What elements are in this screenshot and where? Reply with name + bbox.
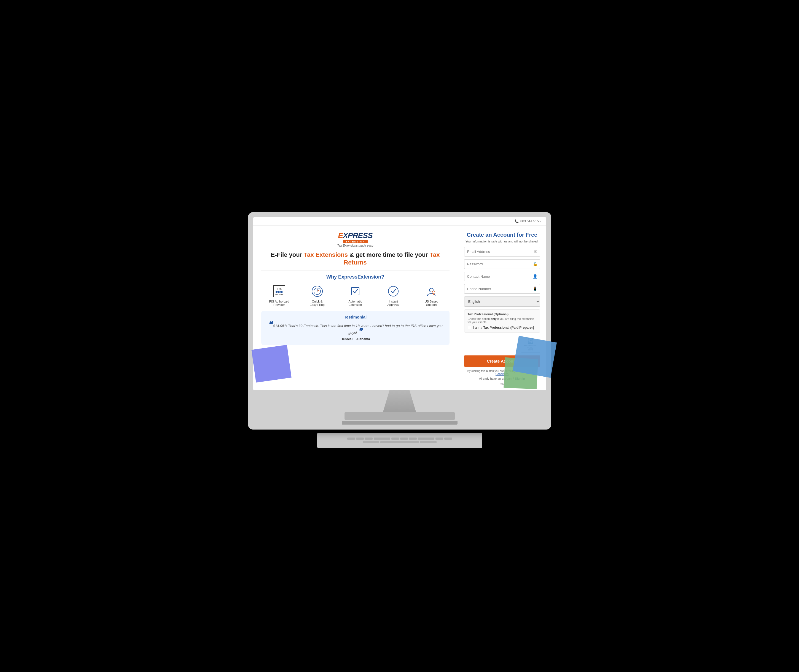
tax-pro-section: Tax Professional (Optional) Check this o… xyxy=(464,309,540,333)
testimonial-section: Testimonial ❝ $14.95?! That's it? Fantas… xyxy=(261,311,450,345)
logo-e: E xyxy=(338,231,343,240)
language-select[interactable]: English Spanish xyxy=(464,296,540,307)
password-field-wrapper: 🔒 xyxy=(464,259,540,269)
svg-rect-4 xyxy=(351,287,359,295)
testimonial-author: Debbie L, Alabama xyxy=(267,337,444,341)
svg-point-5 xyxy=(388,286,398,296)
contact-icon: 👤 xyxy=(533,274,538,278)
screen-content: EXPRESS EXTENSION Tax Extensions made ea… xyxy=(253,226,546,390)
form-title: Create an Account for Free xyxy=(464,232,540,238)
tax-pro-note: Check this option only if you are filing… xyxy=(468,317,536,324)
feature-filing-label: Quick &Easy Filing xyxy=(310,300,325,306)
sticky-note-blue-right xyxy=(512,336,556,378)
tax-pro-checkbox-label: I am a Tax Professional (Paid Preparer) xyxy=(473,326,534,330)
headline-text2: & get more time to file your xyxy=(348,251,430,258)
feature-extension-icon xyxy=(348,284,362,298)
key xyxy=(409,438,417,440)
feature-irs: IRS e-file PROVIDER IRS AuthorizedProvid… xyxy=(261,284,297,306)
tax-pro-label: Tax Professional (Optional) xyxy=(468,312,536,316)
keyboard xyxy=(317,433,482,448)
testimonial-title: Testimonial xyxy=(267,315,444,319)
key xyxy=(356,438,364,440)
key xyxy=(400,438,408,440)
phone-field-wrapper: 📱 xyxy=(464,284,540,294)
feature-approval-icon xyxy=(386,284,400,298)
key xyxy=(365,438,373,440)
monitor-base xyxy=(344,412,455,420)
contact-field-wrapper: 👤 xyxy=(464,272,540,281)
logo-tagline: Tax Extensions made easy xyxy=(261,244,450,247)
key xyxy=(444,438,452,440)
testimonial-quote: ❝ $14.95?! That's it? Fantastic. This is… xyxy=(267,322,444,336)
sticky-note-blue-left xyxy=(251,345,291,382)
tax-pro-checkbox-row[interactable]: I am a Tax Professional (Paid Preparer) xyxy=(468,326,536,330)
key xyxy=(436,438,443,440)
headline-highlight1: Tax Extensions xyxy=(304,251,348,258)
logo-xpress: XPRESS xyxy=(343,231,373,240)
headline-text1: E-File your xyxy=(271,251,304,258)
phone-icon: 📞 xyxy=(514,219,519,223)
feature-support-label: US BasedSupport xyxy=(425,300,439,306)
feature-irs-label: IRS AuthorizedProvider xyxy=(269,300,289,306)
svg-point-7 xyxy=(432,291,435,294)
feature-support-icon xyxy=(424,284,438,298)
keyboard-row-1 xyxy=(347,438,452,440)
headline: E-File your Tax Extensions & get more ti… xyxy=(261,251,450,267)
phone-number: 803.514.5155 xyxy=(520,219,540,223)
keyboard-row-2 xyxy=(363,441,437,443)
monitor-neck xyxy=(383,390,416,412)
feature-approval: InstantApproval xyxy=(375,284,411,306)
feature-extension: AutomaticExtension xyxy=(337,284,373,306)
email-icon: ✉ xyxy=(534,250,538,254)
phone-input[interactable] xyxy=(464,284,540,294)
feature-filing: Quick &Easy Filing xyxy=(299,284,335,306)
divider xyxy=(261,270,450,271)
monitor-screen: 📞 803.514.5155 EXPRESS EXTENSION Tax Ext… xyxy=(253,217,546,390)
email-field-wrapper: ✉ xyxy=(464,247,540,256)
phone-field-icon: 📱 xyxy=(533,286,538,291)
monitor-base-detail xyxy=(342,421,458,425)
feature-support: US BasedSupport xyxy=(413,284,449,306)
monitor: 📞 803.514.5155 EXPRESS EXTENSION Tax Ext… xyxy=(248,212,551,430)
key xyxy=(347,438,355,440)
form-subtitle: Your information is safe with us and wil… xyxy=(464,240,540,243)
tax-pro-checkbox[interactable] xyxy=(468,326,471,329)
contact-input[interactable] xyxy=(464,272,540,281)
features-row: IRS e-file PROVIDER IRS AuthorizedProvid… xyxy=(261,284,450,306)
feature-extension-label: AutomaticExtension xyxy=(349,300,362,306)
key xyxy=(391,438,399,440)
quote-open: ❝ xyxy=(268,320,272,329)
password-icon: 🔒 xyxy=(533,262,538,266)
password-input[interactable] xyxy=(464,259,540,269)
key xyxy=(420,441,437,443)
key xyxy=(418,438,434,440)
feature-irs-icon: IRS e-file PROVIDER xyxy=(272,284,286,298)
feature-filing-icon xyxy=(310,284,324,298)
logo: EXPRESS EXTENSION Tax Extensions made ea… xyxy=(261,231,450,247)
top-bar: 📞 803.514.5155 xyxy=(253,217,546,226)
key xyxy=(380,441,419,443)
logo-ext-bar: EXTENSION xyxy=(343,240,368,243)
email-input[interactable] xyxy=(464,247,540,256)
feature-approval-label: InstantApproval xyxy=(387,300,399,306)
why-title: Why ExpressExtension? xyxy=(261,274,450,280)
key xyxy=(363,441,379,443)
logo-name: EXPRESS xyxy=(261,231,450,240)
logo-area: EXPRESS EXTENSION Tax Extensions made ea… xyxy=(261,231,450,247)
quote-close: ❞ xyxy=(358,327,362,336)
key xyxy=(374,438,390,440)
